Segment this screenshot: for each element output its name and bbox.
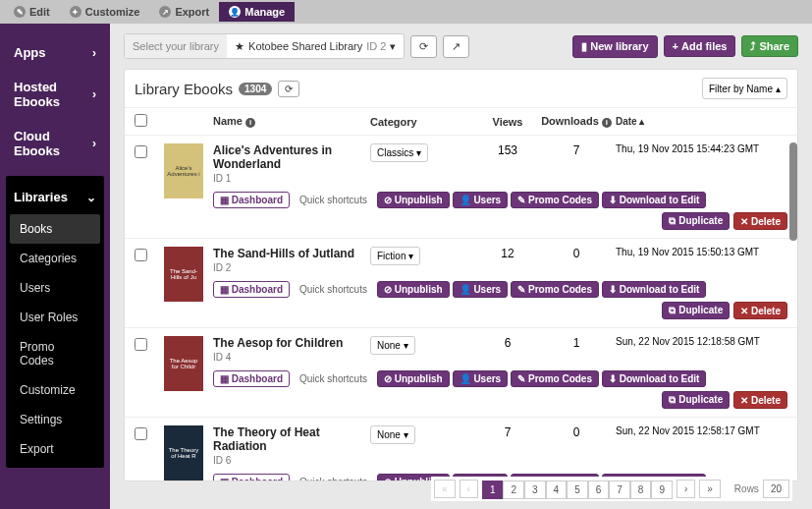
info-icon: i bbox=[602, 118, 612, 128]
dashboard-button[interactable]: ▦ Dashboard bbox=[213, 281, 290, 298]
download-edit-button[interactable]: ⬇ Download to Edit bbox=[602, 192, 706, 208]
sidebar-libraries[interactable]: Libraries ⌄ bbox=[6, 180, 104, 214]
open-external-button[interactable]: ↗ bbox=[443, 35, 469, 58]
category-dropdown[interactable]: Fiction ▾ bbox=[370, 247, 420, 265]
page-3[interactable]: 3 bbox=[524, 481, 546, 499]
category-dropdown[interactable]: None ▾ bbox=[370, 425, 415, 444]
delete-button[interactable]: ✕ Delete bbox=[733, 212, 787, 230]
top-tab-export[interactable]: ↗Export bbox=[149, 2, 219, 22]
dashboard-button[interactable]: ▦ Dashboard bbox=[213, 192, 290, 208]
book-cover: Alice's Adventures i bbox=[164, 143, 203, 198]
promo-codes-button[interactable]: ✎ Promo Codes bbox=[511, 192, 599, 208]
dashboard-button[interactable]: ▦ Dashboard bbox=[213, 370, 290, 387]
share-button[interactable]: ⤴Share bbox=[741, 35, 798, 57]
col-name[interactable]: Name bbox=[213, 115, 243, 127]
sidebar-sub-settings[interactable]: Settings bbox=[6, 405, 104, 434]
col-downloads[interactable]: Downloads bbox=[541, 115, 599, 127]
duplicate-button[interactable]: ⧉ Duplicate bbox=[662, 302, 730, 319]
chevron-right-icon: › bbox=[92, 46, 96, 60]
downloads-value: 1 bbox=[537, 336, 616, 363]
row-checkbox[interactable] bbox=[135, 338, 147, 351]
new-library-button[interactable]: ▮New library bbox=[572, 35, 657, 58]
users-button[interactable]: 👤 Users bbox=[453, 370, 509, 387]
library-id: ID 2 bbox=[366, 40, 386, 52]
page-8[interactable]: 8 bbox=[630, 481, 652, 499]
page-last[interactable]: » bbox=[699, 480, 721, 498]
downloads-value: 0 bbox=[537, 425, 616, 466]
page-first[interactable]: « bbox=[434, 480, 456, 498]
book-id: ID 6 bbox=[213, 455, 370, 466]
add-files-button[interactable]: +Add files bbox=[664, 35, 736, 57]
sort-asc-icon: ▴ bbox=[776, 84, 781, 94]
caret-down-icon: ▾ bbox=[390, 40, 396, 53]
users-button[interactable]: 👤 Users bbox=[453, 281, 509, 298]
unpublish-button[interactable]: ⊘ Unpublish bbox=[377, 281, 450, 298]
panel-refresh-button[interactable]: ⟳ bbox=[278, 81, 299, 97]
sidebar-sub-promo-codes[interactable]: Promo Codes bbox=[6, 332, 104, 375]
page-prev[interactable]: ‹ bbox=[460, 480, 478, 498]
sidebar-sub-user-roles[interactable]: User Roles bbox=[6, 303, 104, 332]
page-5[interactable]: 5 bbox=[567, 481, 588, 499]
star-icon: ★ bbox=[235, 40, 244, 53]
dashboard-button[interactable]: ▦ Dashboard bbox=[213, 474, 290, 481]
delete-button[interactable]: ✕ Delete bbox=[733, 302, 787, 319]
downloads-value: 7 bbox=[537, 143, 616, 184]
category-dropdown[interactable]: None ▾ bbox=[370, 336, 415, 355]
top-tab-edit[interactable]: ✎Edit bbox=[4, 2, 60, 22]
sidebar-sub-categories[interactable]: Categories bbox=[6, 244, 104, 273]
row-checkbox[interactable] bbox=[135, 145, 147, 158]
download-edit-button[interactable]: ⬇ Download to Edit bbox=[602, 370, 706, 387]
refresh-button[interactable]: ⟳ bbox=[410, 35, 437, 58]
promo-codes-button[interactable]: ✎ Promo Codes bbox=[511, 370, 599, 387]
sidebar-sub-books[interactable]: Books bbox=[10, 214, 100, 244]
unpublish-button[interactable]: ⊘ Unpublish bbox=[377, 192, 450, 208]
tab-icon: ↗ bbox=[159, 6, 171, 18]
users-button[interactable]: 👤 Users bbox=[453, 192, 509, 208]
top-tab-customize[interactable]: ✦Customize bbox=[60, 2, 150, 22]
sidebar-sub-export[interactable]: Export bbox=[6, 434, 104, 464]
page-1[interactable]: 1 bbox=[482, 481, 504, 499]
row-checkbox[interactable] bbox=[135, 249, 147, 261]
page-9[interactable]: 9 bbox=[651, 481, 673, 499]
table-row: The Aesop for ChildrThe Aesop for Childr… bbox=[125, 328, 797, 418]
book-id: ID 1 bbox=[213, 173, 370, 184]
filter-by-name[interactable]: Filter by Name ▴ bbox=[702, 78, 787, 99]
col-category[interactable]: Category bbox=[370, 116, 478, 128]
sidebar-item-apps[interactable]: Apps› bbox=[6, 35, 104, 70]
library-selector[interactable]: Select your library ★ Kotobee Shared Lib… bbox=[124, 33, 405, 59]
page-2[interactable]: 2 bbox=[503, 481, 524, 499]
duplicate-button[interactable]: ⧉ Duplicate bbox=[662, 391, 730, 409]
select-all-checkbox[interactable] bbox=[135, 114, 147, 127]
row-checkbox[interactable] bbox=[135, 427, 147, 440]
views-value: 153 bbox=[478, 143, 537, 184]
delete-button[interactable]: ✕ Delete bbox=[733, 391, 787, 409]
duplicate-button[interactable]: ⧉ Duplicate bbox=[662, 212, 730, 230]
sort-asc-icon: ▴ bbox=[639, 116, 644, 127]
page-next[interactable]: › bbox=[677, 480, 695, 498]
top-tab-manage[interactable]: 👤Manage bbox=[219, 2, 295, 22]
sidebar-sub-customize[interactable]: Customize bbox=[6, 375, 104, 405]
unpublish-button[interactable]: ⊘ Unpublish bbox=[377, 370, 450, 387]
book-id: ID 2 bbox=[213, 262, 370, 273]
page-6[interactable]: 6 bbox=[588, 481, 610, 499]
sidebar-item-cloud-ebooks[interactable]: Cloud Ebooks› bbox=[6, 119, 104, 168]
date-value: Thu, 19 Nov 2015 15:44:23 GMT bbox=[616, 143, 787, 184]
panel-title: Library Ebooks bbox=[135, 81, 233, 97]
tab-icon: 👤 bbox=[229, 6, 241, 18]
sidebar-item-hosted-ebooks[interactable]: Hosted Ebooks› bbox=[6, 70, 104, 119]
category-dropdown[interactable]: Classics ▾ bbox=[370, 143, 428, 162]
rows-per-page[interactable]: 20 bbox=[763, 480, 789, 498]
col-date[interactable]: Date bbox=[616, 116, 637, 127]
date-value: Thu, 19 Nov 2015 15:50:13 GMT bbox=[616, 247, 787, 273]
quick-shortcuts-label: Quick shortcuts bbox=[299, 284, 367, 295]
page-7[interactable]: 7 bbox=[609, 481, 630, 499]
page-4[interactable]: 4 bbox=[546, 481, 568, 499]
book-cover: The Theory of Heat R bbox=[164, 425, 203, 481]
scrollbar[interactable] bbox=[789, 142, 797, 241]
book-icon: ▮ bbox=[581, 40, 587, 53]
date-value: Sun, 22 Nov 2015 12:58:17 GMT bbox=[616, 425, 787, 466]
col-views[interactable]: Views bbox=[478, 116, 537, 128]
promo-codes-button[interactable]: ✎ Promo Codes bbox=[511, 281, 599, 298]
download-edit-button[interactable]: ⬇ Download to Edit bbox=[602, 281, 706, 298]
sidebar-sub-users[interactable]: Users bbox=[6, 273, 104, 303]
